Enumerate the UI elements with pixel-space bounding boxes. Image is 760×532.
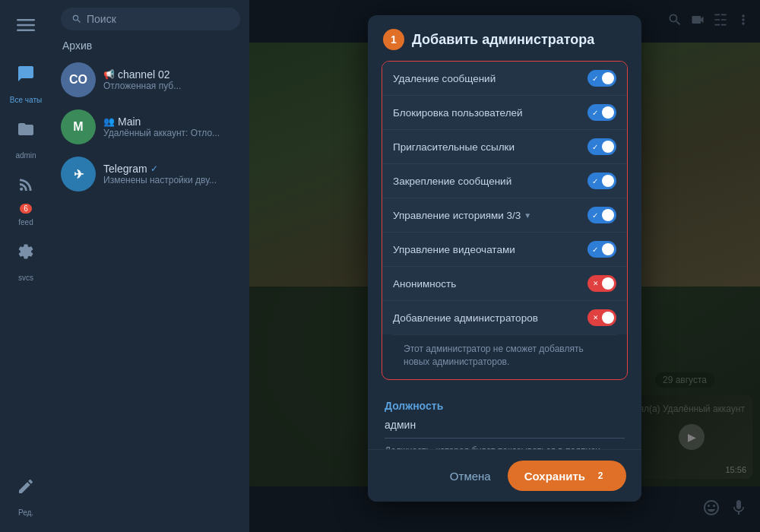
save-button[interactable]: Сохранить 2 — [508, 461, 626, 491]
cancel-button[interactable]: Отмена — [442, 465, 499, 487]
role-input[interactable] — [385, 419, 625, 431]
avatar-channel02: CO — [61, 62, 96, 97]
permission-label-anon: Анонимность — [393, 278, 456, 290]
chat-item-telegram[interactable]: ✈ Telegram ✓ Изменены настройки дву... — [52, 150, 249, 198]
permission-pin-messages[interactable]: Закрепление сообщений ✓ — [382, 164, 627, 198]
toggle-delete-messages[interactable]: ✓ — [587, 70, 616, 87]
all-chats-label: Все чаты — [10, 96, 42, 104]
chat-item-channel02[interactable]: CO 📢 channel 02 Отложенная пуб... — [52, 56, 249, 103]
permission-label-ban: Блокировка пользователей — [393, 107, 523, 119]
svg-rect-2 — [17, 30, 35, 32]
add-admin-modal: 1 Добавить администратора Удаление сообщ… — [368, 15, 641, 502]
feed-label: feed — [18, 218, 33, 226]
toggle-manage-stories[interactable]: ✓ — [587, 207, 616, 223]
permission-invite-links[interactable]: Пригласительные ссылки ✓ — [382, 130, 627, 164]
step2-badge: 2 — [591, 467, 610, 485]
chat-preview-channel02: Отложенная пуб... — [103, 81, 240, 91]
all-chats-button[interactable] — [8, 56, 43, 91]
chat-info-main: 👥 Main Удалённый аккаунт: Отло... — [103, 116, 240, 138]
permission-anonymous[interactable]: Анонимность — [382, 267, 627, 301]
app-container: Все чаты admin 6 feed svcs Ред. Поиск — [0, 0, 760, 532]
permission-label-invite: Пригласительные ссылки — [393, 141, 515, 153]
permission-manage-video[interactable]: Управление видеочатами ✓ — [382, 233, 627, 267]
search-bar[interactable]: Поиск — [61, 8, 240, 30]
avatar-main: M — [61, 109, 96, 144]
toggle-anonymous[interactable] — [587, 275, 616, 292]
permission-label-pin: Закрепление сообщений — [393, 176, 511, 187]
chat-list-header: Поиск — [52, 0, 249, 35]
chat-preview-main: Удалённый аккаунт: Отло... — [103, 128, 240, 138]
permission-ban-users[interactable]: Блокировка пользователей ✓ — [382, 96, 627, 130]
permission-manage-stories[interactable]: Управление историями 3/3 ▼ ✓ — [382, 198, 627, 233]
feed-button[interactable] — [8, 167, 43, 202]
permission-delete-messages[interactable]: Удаление сообщений ✓ — [382, 62, 627, 96]
chat-name-channel02: 📢 channel 02 — [103, 68, 240, 81]
role-section: Должность Должность, которая будет показ… — [371, 391, 638, 449]
role-input-wrap — [385, 418, 625, 439]
modal-title: Добавить администратора — [412, 32, 594, 48]
svg-rect-1 — [17, 24, 35, 27]
step1-badge: 1 — [383, 29, 404, 50]
svcs-button[interactable] — [8, 234, 43, 269]
chat-list-panel: Поиск Архив CO 📢 channel 02 Отложенная п… — [52, 0, 249, 532]
chat-info-channel02: 📢 channel 02 Отложенная пуб... — [103, 68, 240, 91]
permission-label-add-admins: Добавление администраторов — [393, 312, 538, 324]
chat-item-main[interactable]: M 👥 Main Удалённый аккаунт: Отло... — [52, 103, 249, 150]
modal-header: 1 Добавить администратора — [368, 15, 641, 61]
toggle-pin-messages[interactable]: ✓ — [587, 173, 616, 189]
verified-icon: ✓ — [150, 163, 158, 174]
edit-label: Ред. — [18, 508, 33, 517]
permission-label-video: Управление видеочатами — [393, 244, 515, 255]
icon-sidebar: Все чаты admin 6 feed svcs Ред. — [0, 0, 52, 532]
chat-info-telegram: Telegram ✓ Изменены настройки дву... — [103, 163, 240, 185]
search-placeholder: Поиск — [87, 13, 116, 25]
permission-label-stories: Управление историями 3/3 ▼ — [393, 210, 531, 221]
svg-rect-0 — [17, 19, 35, 21]
folder-button[interactable] — [8, 112, 43, 147]
avatar-telegram: ✈ — [61, 157, 96, 192]
toggle-ban-users[interactable]: ✓ — [587, 104, 616, 121]
menu-button[interactable] — [8, 8, 43, 43]
chat-preview-telegram: Изменены настройки дву... — [103, 175, 240, 185]
toggle-invite-links[interactable]: ✓ — [587, 138, 616, 155]
permission-add-admins[interactable]: Добавление администраторов — [382, 301, 627, 334]
admin-label: admin — [15, 151, 36, 160]
modal-footer: Отмена Сохранить 2 — [368, 449, 641, 502]
modal-body: Удаление сообщений ✓ Блокировка пользова… — [368, 61, 641, 449]
toggle-add-admins[interactable] — [587, 309, 616, 326]
archive-header: Архив — [52, 35, 249, 56]
stories-dropdown-arrow: ▼ — [524, 211, 531, 220]
feed-badge: 6 — [20, 204, 32, 214]
permissions-section: Удаление сообщений ✓ Блокировка пользова… — [382, 61, 628, 380]
permission-label-delete: Удаление сообщений — [393, 73, 496, 84]
chat-name-main: 👥 Main — [103, 116, 240, 128]
main-content: ▶ 15:56 29 августа ял(а) Удалённый аккау… — [249, 0, 760, 532]
svcs-label: svcs — [18, 274, 33, 282]
edit-button[interactable] — [8, 469, 43, 504]
chat-name-telegram: Telegram ✓ — [103, 163, 240, 175]
role-section-label: Должность — [385, 400, 625, 412]
toggle-manage-video[interactable]: ✓ — [587, 241, 616, 258]
helper-text: Этот администратор не сможет добавлять н… — [393, 334, 616, 379]
modal-overlay: 1 Добавить администратора Удаление сообщ… — [249, 0, 760, 532]
